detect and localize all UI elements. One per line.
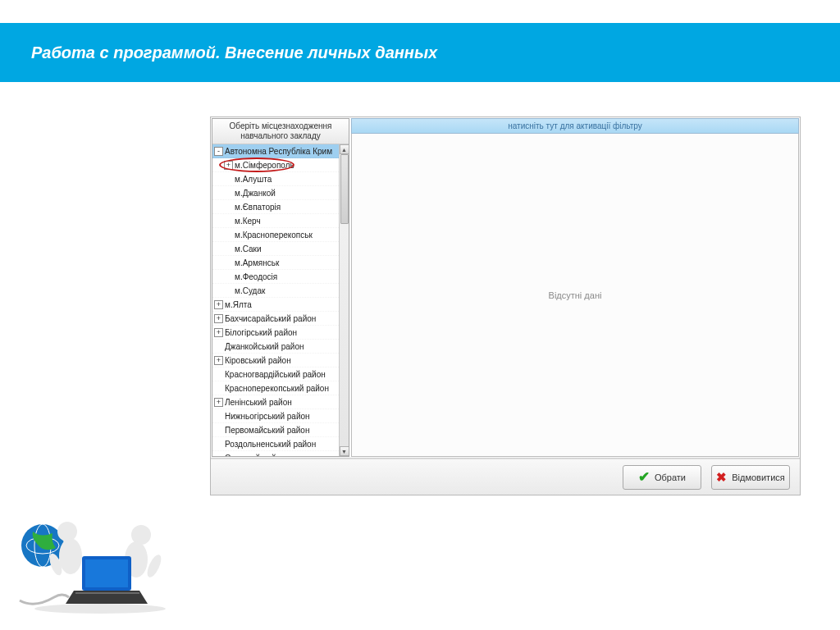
dialog-footer: ✔ Обрати ✖ Відмовитися: [211, 459, 800, 495]
filter-hint-bar[interactable]: натисніть тут для активації фільтру: [351, 118, 799, 134]
tree-item-label: м.Ялта: [225, 300, 252, 309]
tree-header: Оберіть місцезнаходження навчального зак…: [212, 119, 349, 144]
tree-item-label: Сакський район: [225, 454, 285, 457]
scroll-thumb[interactable]: [340, 154, 349, 224]
tree-item[interactable]: +Ленінський район: [212, 395, 339, 409]
tree-item-label: Нижньогірський район: [225, 412, 310, 421]
dialog-window: Оберіть місцезнаходження навчального зак…: [210, 116, 801, 495]
svg-point-1: [57, 522, 77, 541]
check-icon: ✔: [638, 468, 650, 486]
tree-item-label: Роздольненський район: [225, 440, 316, 449]
tree-item[interactable]: Джанкойський район: [212, 340, 339, 354]
tree-item-label: Ленінський район: [225, 398, 292, 407]
svg-rect-8: [85, 559, 128, 587]
scroll-up-icon[interactable]: ▲: [340, 144, 349, 154]
tree-item-label: Красноперекопський район: [225, 384, 329, 393]
no-data-label: Відсутні дані: [549, 290, 602, 300]
scroll-track[interactable]: [340, 154, 349, 446]
tree-item[interactable]: м.Саки: [212, 242, 339, 256]
cancel-button[interactable]: ✖ Відмовитися: [711, 465, 790, 490]
data-area: Відсутні дані: [351, 134, 799, 457]
tree-item-label: Первомайський район: [225, 426, 309, 435]
tree-item[interactable]: -Автономна Республіка Крим: [212, 144, 339, 158]
tree-item[interactable]: +Кіровський район: [212, 354, 339, 368]
ok-button[interactable]: ✔ Обрати: [623, 465, 701, 490]
tree-item[interactable]: м.Красноперекопськ: [212, 228, 339, 242]
tree-item-label: м.Джанкой: [235, 189, 276, 198]
collapse-icon[interactable]: -: [214, 147, 223, 156]
tree-scrollbar[interactable]: ▲ ▼: [339, 144, 349, 456]
tree-item[interactable]: Красногвардійський район: [212, 368, 339, 381]
expand-icon[interactable]: +: [214, 398, 223, 407]
tree-item-label: м.Алушта: [235, 175, 272, 184]
tree-item[interactable]: м.Алушта: [212, 172, 339, 186]
right-panel: натисніть тут для активації фільтру Відс…: [351, 118, 799, 457]
scroll-down-icon[interactable]: ▼: [340, 446, 349, 456]
tree-item[interactable]: м.Армянськ: [212, 256, 339, 270]
svg-point-10: [34, 604, 166, 614]
expand-icon[interactable]: +: [214, 314, 223, 323]
dialog-body: Оберіть місцезнаходження навчального зак…: [211, 117, 800, 459]
tree-item[interactable]: м.Феодосія: [212, 270, 339, 284]
tree-item-label: м.Красноперекопськ: [235, 231, 313, 240]
expand-icon[interactable]: +: [214, 356, 223, 365]
tree-item-label: м.Феодосія: [235, 272, 277, 281]
expand-icon[interactable]: +: [214, 300, 223, 309]
cancel-button-label: Відмовитися: [732, 472, 785, 482]
tree-item-label: м.Саки: [235, 244, 262, 253]
tree-panel: Оберіть місцезнаходження навчального зак…: [212, 118, 349, 457]
decorative-figure: [10, 468, 190, 615]
tree-item-label: м.Сімферополь: [235, 161, 294, 170]
tree-item-label: м.Армянськ: [235, 258, 279, 267]
tree-item-label: Джанкойський район: [225, 342, 304, 351]
cross-icon: ✖: [716, 470, 727, 485]
tree-item[interactable]: +Білогірський район: [212, 326, 339, 340]
tree-item[interactable]: м.Євпаторія: [212, 200, 339, 214]
tree-item[interactable]: +м.Сімферополь: [212, 158, 339, 172]
ok-button-label: Обрати: [655, 472, 686, 482]
tree-item[interactable]: +м.Ялта: [212, 298, 339, 312]
tree-item[interactable]: Сакський район: [212, 451, 339, 456]
tree-item-label: м.Керч: [235, 217, 261, 226]
tree-item[interactable]: Роздольненський район: [212, 437, 339, 451]
slide-title-bar: Работа с программой. Внесение личных дан…: [0, 23, 840, 82]
tree-item[interactable]: Красноперекопський район: [212, 381, 339, 395]
tree-item-label: м.Євпаторія: [235, 203, 281, 212]
tree-item-label: Кіровський район: [225, 356, 291, 365]
tree-item[interactable]: м.Судак: [212, 284, 339, 298]
expand-icon[interactable]: +: [214, 328, 223, 337]
tree-header-line1: Оберіть місцезнаходження: [230, 121, 332, 130]
tree-item-label: м.Судак: [235, 286, 265, 295]
tree-item-label: Бахчисарайський район: [225, 314, 316, 323]
slide-title: Работа с программой. Внесение личных дан…: [31, 43, 437, 62]
tree-scroll: -Автономна Республіка Крим+м.Сімферополь…: [212, 144, 349, 456]
tree-item[interactable]: Нижньогірський район: [212, 409, 339, 423]
tree-header-line2: навчального закладу: [240, 131, 320, 140]
tree-item-label: Автономна Республіка Крим: [225, 147, 332, 156]
tree-item[interactable]: м.Керч: [212, 214, 339, 228]
tree-item[interactable]: +Бахчисарайський район: [212, 312, 339, 326]
svg-point-2: [59, 538, 82, 574]
svg-rect-9: [75, 592, 139, 594]
tree-item-label: Красногвардійський район: [225, 370, 326, 379]
tree-item[interactable]: Первомайський район: [212, 423, 339, 437]
tree-item[interactable]: м.Джанкой: [212, 186, 339, 200]
expand-icon[interactable]: +: [224, 161, 233, 170]
tree-item-label: Білогірський район: [225, 328, 297, 337]
